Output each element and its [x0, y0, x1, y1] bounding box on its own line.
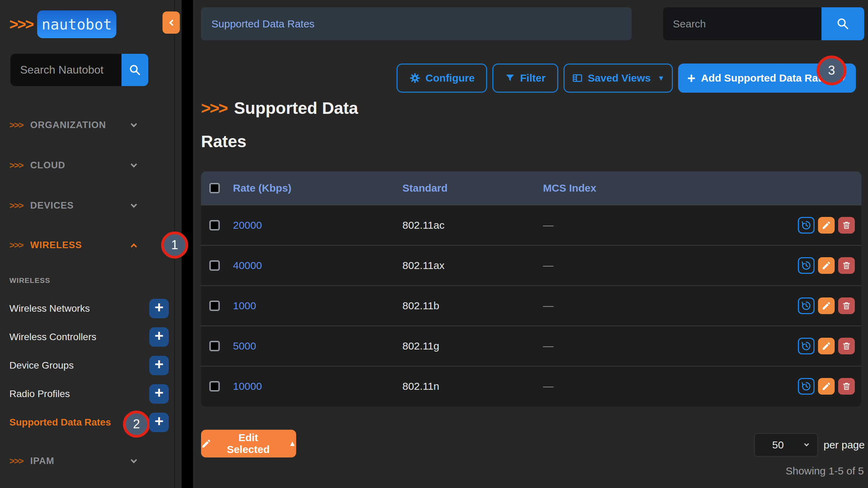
row-checkbox[interactable]: [209, 341, 220, 351]
chevron-left-icon: [169, 19, 175, 26]
row-checkbox[interactable]: [209, 220, 220, 230]
edit-button[interactable]: [818, 257, 835, 274]
device-groups-link[interactable]: Device Groups: [9, 360, 74, 371]
changelog-button[interactable]: [798, 297, 815, 314]
changelog-button[interactable]: [798, 338, 815, 354]
standard-cell: 802.11g: [402, 340, 439, 352]
column-header-mcs-index[interactable]: MCS Index: [543, 182, 596, 194]
sidebar-item-device-groups: Device Groups +: [0, 356, 182, 375]
trash-icon: [842, 301, 851, 311]
rate-link[interactable]: 20000: [233, 219, 262, 231]
clock-rewind-icon: [801, 260, 812, 271]
global-search-button[interactable]: [821, 7, 864, 40]
edit-selected-button[interactable]: Edit Selected ▲: [201, 430, 296, 457]
annotation-badge-1: 1: [161, 232, 188, 259]
table-row: 40000 802.11ax —: [201, 245, 861, 285]
edit-selected-label: Edit Selected: [216, 432, 280, 455]
row-checkbox[interactable]: [209, 301, 220, 311]
standard-cell: 802.11b: [402, 300, 439, 311]
title-chevrons-icon: >>>: [201, 99, 227, 117]
changelog-button[interactable]: [798, 257, 815, 274]
row-checkbox[interactable]: [209, 260, 220, 271]
edit-button[interactable]: [818, 217, 835, 234]
sidebar-group-cloud[interactable]: >>> CLOUD: [0, 153, 163, 177]
per-page-label: per page: [824, 439, 865, 451]
table-row: 10000 802.11n —: [201, 366, 861, 406]
search-icon: [835, 16, 851, 32]
per-page-select[interactable]: 50: [754, 433, 818, 457]
chevron-down-icon: [131, 457, 137, 463]
nautobot-logo-box[interactable]: nautobot: [37, 10, 116, 38]
pagination-summary: Showing 1-5 of 5: [786, 465, 864, 477]
select-all-checkbox[interactable]: [209, 183, 220, 193]
rate-link[interactable]: 5000: [233, 340, 256, 352]
plus-icon: +: [687, 73, 695, 83]
standard-cell: 802.11ax: [402, 260, 444, 271]
table-row: 5000 802.11g —: [201, 326, 861, 366]
toolbar: Configure Filter Saved: [397, 64, 856, 93]
add-wireless-network-button[interactable]: +: [149, 299, 169, 318]
pencil-icon: [821, 220, 831, 230]
table-columns-icon: [572, 73, 583, 84]
radio-profiles-link[interactable]: Radio Profiles: [9, 388, 70, 399]
annotation-badge-2: 2: [123, 411, 150, 438]
supported-data-rates-link[interactable]: Supported Data Rates: [9, 417, 111, 428]
sidebar-group-devices[interactable]: >>> DEVICES: [0, 193, 163, 218]
delete-button[interactable]: [838, 257, 855, 274]
wireless-controllers-link[interactable]: Wireless Controllers: [9, 331, 97, 343]
clock-rewind-icon: [801, 340, 812, 352]
sidebar-group-organization[interactable]: >>> ORGANIZATION: [0, 113, 163, 137]
rate-link[interactable]: 40000: [233, 260, 262, 271]
global-search: [663, 7, 864, 40]
add-radio-profile-button[interactable]: +: [149, 384, 169, 404]
sidebar-search-button[interactable]: [122, 54, 148, 86]
breadcrumb-link[interactable]: Supported Data Rates: [211, 18, 315, 30]
caret-down-icon: ▼: [658, 74, 665, 82]
mcs-index-cell: —: [543, 300, 553, 311]
sidebar-collapse-button[interactable]: [162, 11, 180, 34]
sidebar-group-ipam[interactable]: >>> IPAM: [0, 449, 163, 473]
group-label: ORGANIZATION: [30, 120, 106, 131]
pencil-icon: [821, 341, 831, 351]
configure-button[interactable]: Configure: [397, 64, 487, 93]
filter-button[interactable]: Filter: [492, 64, 558, 93]
chevron-down-icon: [131, 201, 137, 208]
edit-button[interactable]: [818, 378, 835, 395]
global-search-input[interactable]: [663, 7, 821, 40]
table-header-row: Rate (Kbps) Standard MCS Index: [201, 171, 861, 205]
table-row: 20000 802.11ac —: [201, 205, 861, 245]
chevron-up-icon: [131, 243, 137, 250]
rate-link[interactable]: 10000: [233, 380, 262, 392]
sidebar-search-input[interactable]: [10, 54, 122, 86]
group-label: DEVICES: [30, 200, 74, 211]
rate-link[interactable]: 1000: [233, 300, 256, 311]
changelog-button[interactable]: [798, 217, 815, 234]
column-header-rate[interactable]: Rate (Kbps): [233, 182, 291, 194]
changelog-button[interactable]: [798, 378, 815, 395]
group-label: IPAM: [30, 456, 55, 466]
sidebar-search: [10, 54, 148, 86]
add-supported-data-rate-button[interactable]: +: [149, 413, 169, 432]
app-root: >>> nautobot >>> ORGANIZATION >>> CLOUD: [0, 0, 868, 488]
wireless-networks-link[interactable]: Wireless Networks: [9, 303, 90, 314]
column-header-standard[interactable]: Standard: [402, 182, 448, 194]
nautobot-chevrons-icon: >>>: [9, 16, 33, 33]
delete-button[interactable]: [838, 217, 855, 234]
data-rates-table: Rate (Kbps) Standard MCS Index 20000 802…: [201, 171, 861, 407]
page-title: >>>Supported Data Rates: [201, 92, 395, 158]
nautobot-logo[interactable]: >>> nautobot: [9, 10, 116, 39]
funnel-icon: [505, 73, 515, 83]
edit-button[interactable]: [818, 297, 835, 314]
table-row: 1000 802.11b —: [201, 285, 861, 326]
add-wireless-controller-button[interactable]: +: [149, 327, 169, 347]
delete-button[interactable]: [838, 378, 855, 395]
row-checkbox[interactable]: [209, 381, 220, 392]
saved-views-button[interactable]: Saved Views ▼: [564, 64, 673, 93]
sidebar-group-wireless[interactable]: >>> WIRELESS: [0, 233, 163, 257]
pencil-icon: [201, 438, 211, 449]
delete-button[interactable]: [838, 338, 855, 354]
delete-button[interactable]: [838, 297, 855, 314]
chevron-down-icon: [131, 161, 137, 167]
add-device-group-button[interactable]: +: [149, 356, 169, 375]
edit-button[interactable]: [818, 338, 835, 354]
